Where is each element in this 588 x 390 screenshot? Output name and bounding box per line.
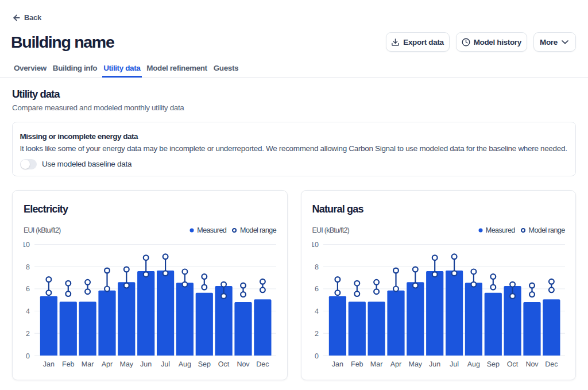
svg-text:Mar: Mar bbox=[82, 360, 94, 368]
svg-text:0: 0 bbox=[315, 352, 319, 360]
svg-text:6: 6 bbox=[26, 285, 30, 293]
svg-text:Jan: Jan bbox=[43, 360, 55, 368]
svg-text:May: May bbox=[119, 360, 133, 368]
svg-text:Jun: Jun bbox=[140, 360, 152, 368]
svg-text:Apr: Apr bbox=[390, 360, 401, 368]
svg-text:Sep: Sep bbox=[486, 360, 499, 368]
svg-text:Aug: Aug bbox=[467, 360, 479, 368]
svg-text:4: 4 bbox=[26, 307, 30, 315]
svg-text:May: May bbox=[408, 360, 422, 368]
svg-text:8: 8 bbox=[315, 263, 319, 271]
svg-text:2: 2 bbox=[315, 330, 319, 338]
svg-text:Dec: Dec bbox=[545, 360, 558, 368]
svg-text:Mar: Mar bbox=[370, 360, 382, 368]
svg-text:Jul: Jul bbox=[161, 360, 170, 368]
svg-text:Dec: Dec bbox=[256, 360, 269, 368]
svg-text:0: 0 bbox=[26, 352, 30, 360]
svg-text:Jan: Jan bbox=[331, 360, 343, 368]
svg-text:Sep: Sep bbox=[198, 360, 211, 368]
svg-text:Aug: Aug bbox=[179, 360, 191, 368]
svg-text:Nov: Nov bbox=[237, 360, 250, 368]
svg-text:Feb: Feb bbox=[62, 360, 75, 368]
svg-text:4: 4 bbox=[315, 307, 319, 315]
svg-text:Oct: Oct bbox=[218, 360, 230, 368]
svg-text:Nov: Nov bbox=[525, 360, 539, 368]
svg-text:Jun: Jun bbox=[429, 360, 440, 368]
svg-text:10: 10 bbox=[312, 241, 319, 249]
svg-text:Apr: Apr bbox=[102, 360, 113, 368]
svg-text:Oct: Oct bbox=[506, 360, 518, 368]
svg-text:10: 10 bbox=[24, 241, 30, 249]
svg-text:Jul: Jul bbox=[450, 360, 459, 368]
svg-text:6: 6 bbox=[315, 285, 319, 293]
svg-text:2: 2 bbox=[26, 330, 30, 338]
svg-text:8: 8 bbox=[26, 263, 30, 271]
svg-text:Feb: Feb bbox=[351, 360, 363, 368]
